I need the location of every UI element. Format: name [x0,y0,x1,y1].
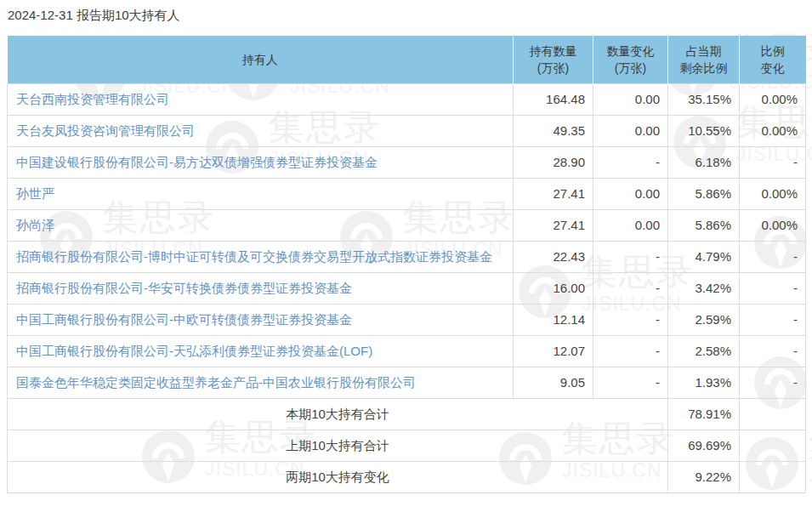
footer-row-period-change: 两期10大持有变化 9.22% [8,461,806,492]
pct-change-cell: 0.00% [740,209,806,241]
footer-label: 上期10大持有合计 [8,430,668,461]
holder-link[interactable]: 招商银行股份有限公司-华安可转换债券债券型证券投资基金 [16,281,352,295]
footer-row-current-total: 本期10大持有合计 78.91% [8,398,806,430]
holder-link[interactable]: 中国工商银行股份有限公司-中欧可转债债券型证券投资基金 [16,312,352,327]
table-row: 孙世严27.410.005.86%0.00% [8,178,806,209]
holder-link[interactable]: 孙世严 [16,186,54,201]
col-header-label: 持有数量 [530,44,577,58]
col-header-unit: (万张) [537,61,569,75]
holder-cell: 中国工商银行股份有限公司-中欧可转债债券型证券投资基金 [8,304,514,335]
qty-change-cell: - [593,335,668,367]
qty-change-cell: - [593,272,668,304]
qty-cell: 164.48 [514,83,593,115]
footer-pct: 9.22% [668,461,740,492]
table-row: 天台友凤投资咨询管理有限公司49.350.0010.55%0.00% [8,115,806,146]
remaining-pct-cell: 5.86% [668,178,740,209]
table-row: 孙尚泽27.410.005.86%0.00% [8,209,806,241]
qty-change-cell: 0.00 [593,209,668,241]
holder-link[interactable]: 国泰金色年华稳定类固定收益型养老金产品-中国农业银行股份有限公司 [16,375,416,390]
col-header-unit: (万张) [615,61,646,75]
footer-pct-change [740,461,806,492]
col-header-label: 变化 [761,61,785,75]
remaining-pct-cell: 1.93% [668,367,740,398]
remaining-pct-cell: 10.55% [668,115,740,146]
qty-cell: 28.90 [514,146,593,178]
col-header-label: 占当期 [686,44,722,58]
holder-link[interactable]: 中国工商银行股份有限公司-天弘添利债券型证券投资基金(LOF) [16,344,372,358]
qty-cell: 27.41 [514,178,593,209]
remaining-pct-cell: 2.58% [668,335,740,367]
footer-pct-change [740,430,806,461]
pct-change-cell: 0.00% [740,115,806,146]
table-footer: 本期10大持有合计 78.91% 上期10大持有合计 69.69% 两期10大持… [8,398,806,492]
col-header-label: 数量变化 [607,44,655,58]
col-header-quantity-change: 数量变化(万张) [593,36,668,83]
footer-label: 本期10大持有合计 [8,398,668,430]
remaining-pct-cell: 35.15% [668,83,740,115]
remaining-pct-cell: 3.42% [668,272,740,304]
remaining-pct-cell: 6.18% [668,146,740,178]
remaining-pct-cell: 4.79% [668,241,740,272]
pct-change-cell: - [740,272,806,304]
table-header: 持有人 持有数量(万张) 数量变化(万张) 占当期剩余比例 比例变化 [8,36,806,83]
qty-cell: 9.05 [514,367,593,398]
footer-pct-change [740,398,806,430]
pct-change-cell: 0.00% [740,83,806,115]
table-row: 国泰金色年华稳定类固定收益型养老金产品-中国农业银行股份有限公司9.05-1.9… [8,367,806,398]
table-row: 中国工商银行股份有限公司-中欧可转债债券型证券投资基金12.14-2.59%- [8,304,806,335]
qty-cell: 49.35 [514,115,593,146]
remaining-pct-cell: 2.59% [668,304,740,335]
holder-link[interactable]: 中国建设银行股份有限公司-易方达双债增强债券型证券投资基金 [16,155,378,169]
holder-link[interactable]: 孙尚泽 [16,218,54,232]
pct-change-cell: - [740,335,806,367]
footer-label: 两期10大持有变化 [8,461,668,492]
holder-cell: 天台友凤投资咨询管理有限公司 [8,115,514,146]
page-title: 2024-12-31 报告期10大持有人 [0,0,812,24]
holder-link[interactable]: 招商银行股份有限公司-博时中证可转债及可交换债券交易型开放式指数证券投资基金 [16,249,492,264]
footer-row-previous-total: 上期10大持有合计 69.69% [8,430,806,461]
qty-change-cell: 0.00 [593,83,668,115]
holders-table-body: 天台西南投资管理有限公司164.480.0035.15%0.00%天台友凤投资咨… [8,83,806,398]
holder-cell: 孙尚泽 [8,209,514,241]
holder-link[interactable]: 天台友凤投资咨询管理有限公司 [16,123,195,138]
table-row: 招商银行股份有限公司-华安可转换债券债券型证券投资基金16.00-3.42%- [8,272,806,304]
qty-cell: 12.14 [514,304,593,335]
holder-cell: 国泰金色年华稳定类固定收益型养老金产品-中国农业银行股份有限公司 [8,367,514,398]
qty-change-cell: - [593,146,668,178]
qty-change-cell: 0.00 [593,115,668,146]
col-header-quantity: 持有数量(万张) [514,36,593,83]
remaining-pct-cell: 5.86% [668,209,740,241]
col-header-ratio-change: 比例变化 [740,36,806,83]
holder-link[interactable]: 天台西南投资管理有限公司 [16,92,169,106]
qty-change-cell: - [593,367,668,398]
col-header-label: 持有人 [242,53,278,66]
footer-pct: 78.91% [668,398,740,430]
qty-cell: 27.41 [514,209,593,241]
qty-change-cell: 0.00 [593,178,668,209]
pct-change-cell: 0.00% [740,178,806,209]
pct-change-cell: - [740,367,806,398]
holder-cell: 中国建设银行股份有限公司-易方达双债增强债券型证券投资基金 [8,146,514,178]
pct-change-cell: - [740,241,806,272]
holders-table: 持有人 持有数量(万张) 数量变化(万张) 占当期剩余比例 比例变化 天台西南投… [7,36,806,493]
qty-cell: 12.07 [514,335,593,367]
qty-cell: 22.43 [514,241,593,272]
col-header-label: 剩余比例 [680,61,728,75]
qty-cell: 16.00 [514,272,593,304]
holder-cell: 招商银行股份有限公司-华安可转换债券债券型证券投资基金 [8,272,514,304]
table-row: 中国建设银行股份有限公司-易方达双债增强债券型证券投资基金28.90-6.18%… [8,146,806,178]
table-row: 天台西南投资管理有限公司164.480.0035.15%0.00% [8,83,806,115]
holder-cell: 招商银行股份有限公司-博时中证可转债及可交换债券交易型开放式指数证券投资基金 [8,241,514,272]
qty-change-cell: - [593,241,668,272]
table-row: 招商银行股份有限公司-博时中证可转债及可交换债券交易型开放式指数证券投资基金22… [8,241,806,272]
holder-cell: 天台西南投资管理有限公司 [8,83,514,115]
col-header-remaining-ratio: 占当期剩余比例 [668,36,740,83]
holder-cell: 孙世严 [8,178,514,209]
pct-change-cell: - [740,304,806,335]
col-header-label: 比例 [761,44,785,58]
col-header-holder: 持有人 [8,36,514,83]
table-row: 中国工商银行股份有限公司-天弘添利债券型证券投资基金(LOF)12.07-2.5… [8,335,806,367]
qty-change-cell: - [593,304,668,335]
footer-pct: 69.69% [668,430,740,461]
holder-cell: 中国工商银行股份有限公司-天弘添利债券型证券投资基金(LOF) [8,335,514,367]
